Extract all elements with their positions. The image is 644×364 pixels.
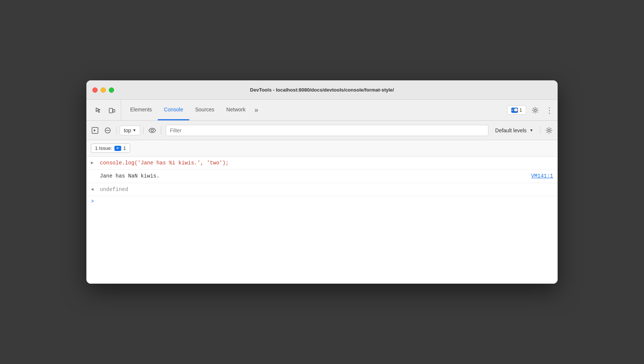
svg-point-7 [151,129,153,132]
tab-sources[interactable]: Sources [189,100,220,120]
console-settings-icon[interactable] [543,125,555,136]
tab-network[interactable]: Network [220,100,251,120]
tab-elements[interactable]: Elements [124,100,158,120]
console-output-text: Jane has NaN kiwis. [100,172,531,180]
more-tabs-button[interactable]: » [251,100,261,120]
console-code-1: console.log('Jane has %i kiwis.', 'two')… [100,159,553,167]
more-options-icon[interactable]: ⋮ [544,104,555,116]
tab-bar: Elements Console Sources Network » 💬 [86,100,558,121]
maximize-button[interactable] [109,87,114,93]
tab-bar-right: 💬 1 ⋮ [507,104,555,116]
close-button[interactable] [92,87,98,93]
filter-input[interactable] [166,125,488,136]
devtools-icons [89,100,121,120]
issues-pill-button[interactable]: 1 Issue: 1 [91,144,130,153]
issues-bar: 1 Issue: 1 [86,140,558,157]
console-line-1: ▶ console.log('Jane has %i kiwis.', 'two… [86,157,558,170]
console-toolbar: top ▼ Default levels ▼ [86,121,558,140]
issues-pill-icon [114,146,121,151]
return-arrow: ◀ [91,185,97,193]
devtools-window: DevTools - localhost:8080/docs/devtools/… [86,80,558,284]
levels-chevron-icon: ▼ [530,128,533,132]
console-prompt-icon: > [91,198,94,204]
context-selector[interactable]: top ▼ [120,126,140,135]
console-input-line[interactable]: > [86,196,558,207]
console-line-2: ▶ Jane has NaN kiwis. VM141:1 [86,170,558,183]
expand-arrow-1[interactable]: ▶ [91,159,97,167]
svg-rect-1 [113,109,115,112]
device-toggle-icon[interactable] [106,104,118,116]
run-script-icon[interactable] [89,125,101,136]
return-value: undefined [100,185,128,194]
settings-icon[interactable] [529,104,541,116]
source-link-1[interactable]: VM141:1 [531,172,553,180]
issues-icon: 💬 [511,108,518,113]
toolbar-divider-1 [116,127,117,134]
toolbar-divider-2 [143,127,144,134]
chevron-down-icon: ▼ [132,128,136,132]
svg-point-8 [548,129,550,132]
svg-rect-0 [109,108,113,113]
svg-point-3 [534,109,536,111]
inspect-element-icon[interactable] [92,104,104,116]
indent-space-2: ▶ [91,172,97,180]
clear-console-icon[interactable] [102,125,113,136]
toolbar-divider-4 [540,127,540,134]
toolbar-divider-3 [161,127,161,134]
title-bar: DevTools - localhost:8080/docs/devtools/… [86,80,558,100]
traffic-lights [92,87,114,93]
log-levels-selector[interactable]: Default levels ▼ [491,126,537,135]
console-output: ▶ console.log('Jane has %i kiwis.', 'two… [86,157,558,284]
issues-badge-button[interactable]: 💬 1 [507,105,526,115]
console-line-3: ◀ undefined [86,183,558,196]
minimize-button[interactable] [101,87,106,93]
tab-console[interactable]: Console [158,100,189,120]
window-title: DevTools - localhost:8080/docs/devtools/… [250,87,394,93]
eye-icon[interactable] [147,125,158,136]
